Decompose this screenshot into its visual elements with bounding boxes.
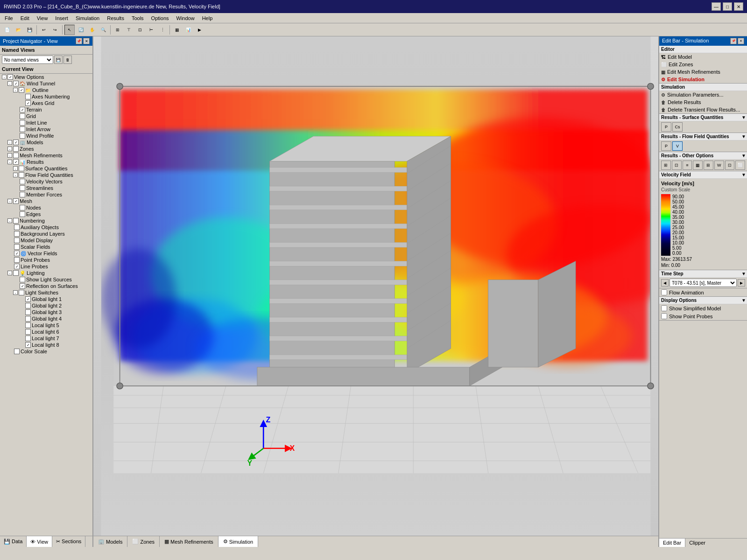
- tree-checkbox-32[interactable]: [20, 283, 25, 289]
- tree-item-41[interactable]: Local light 8: [0, 342, 92, 348]
- flow-p-btn[interactable]: P: [661, 141, 671, 151]
- tree-expander-12[interactable]: -: [7, 153, 12, 158]
- toolbar-view-front[interactable]: ⊡: [135, 25, 145, 35]
- tree-item-18[interactable]: Member Forces: [0, 191, 92, 198]
- time-next-btn[interactable]: ▶: [738, 279, 745, 287]
- tree-item-3[interactable]: Axes Numbering: [0, 93, 92, 100]
- velocity-field-toggle[interactable]: ▼: [740, 171, 747, 178]
- surface-quantities-toggle[interactable]: ▼: [740, 114, 747, 121]
- tree-item-32[interactable]: Reflection on Surfaces: [0, 283, 92, 289]
- tree-item-12[interactable]: -Mesh Refinements: [0, 152, 92, 159]
- tree-expander-14[interactable]: -: [13, 166, 18, 171]
- tree-checkbox-35[interactable]: [25, 303, 31, 308]
- tree-item-17[interactable]: Streamlines: [0, 185, 92, 191]
- menu-insert[interactable]: Insert: [51, 14, 72, 22]
- tree-checkbox-41[interactable]: [25, 342, 31, 348]
- tree-checkbox-27[interactable]: [14, 251, 20, 256]
- tree-item-26[interactable]: Scalar Fields: [0, 244, 92, 250]
- tree-item-0[interactable]: -View Options: [0, 74, 92, 80]
- tree-checkbox-25[interactable]: [14, 238, 20, 243]
- tree-checkbox-39[interactable]: [25, 329, 31, 335]
- toolbar-results[interactable]: 📊: [183, 25, 193, 35]
- tree-item-42[interactable]: Color Scale: [0, 348, 92, 355]
- tree-item-31[interactable]: Show Light Sources: [0, 276, 92, 283]
- tree-item-10[interactable]: -🏢Models: [0, 139, 92, 146]
- named-views-delete-btn[interactable]: 🗑: [63, 56, 72, 64]
- other-opt-2[interactable]: ⊡: [672, 161, 682, 170]
- tree-item-25[interactable]: Model Display: [0, 237, 92, 244]
- menu-view[interactable]: View: [33, 14, 52, 22]
- tree-item-35[interactable]: Global light 2: [0, 302, 92, 309]
- tab-data[interactable]: 💾 Data: [0, 536, 27, 547]
- tree-checkbox-13[interactable]: [13, 159, 19, 165]
- flow-animation-checkbox[interactable]: [661, 289, 667, 295]
- tree-expander-2[interactable]: -: [13, 88, 18, 92]
- corner-handle-bl[interactable]: [117, 383, 123, 389]
- tree-checkbox-22[interactable]: [13, 218, 19, 224]
- tree-item-30[interactable]: -💡Lighting: [0, 270, 92, 276]
- time-step-toggle[interactable]: ▼: [740, 270, 747, 277]
- corner-handle-br[interactable]: [648, 383, 654, 389]
- tree-item-4[interactable]: Axes Grid: [0, 100, 92, 106]
- edit-mesh-refinements-btn[interactable]: ▦ Edit Mesh Refinements: [659, 68, 747, 76]
- tree-checkbox-4[interactable]: [25, 100, 31, 106]
- close-button[interactable]: ✕: [734, 2, 743, 11]
- tree-item-33[interactable]: -Light Switches: [0, 289, 92, 296]
- tree-item-28[interactable]: Point Probes: [0, 257, 92, 263]
- tree-checkbox-26[interactable]: [14, 244, 20, 250]
- tree-checkbox-17[interactable]: [20, 185, 25, 191]
- tree-expander-1[interactable]: -: [7, 81, 12, 86]
- viewport-tab-models[interactable]: 🏢 Models: [93, 536, 127, 547]
- tree-item-9[interactable]: Wind Profile: [0, 133, 92, 139]
- tab-view[interactable]: 👁 View: [27, 536, 52, 547]
- menu-help[interactable]: Help: [198, 14, 217, 22]
- simulation-params-btn[interactable]: ⚙ Simulation Parameters...: [659, 91, 747, 98]
- tree-expander-33[interactable]: -: [13, 290, 18, 295]
- nav-pin-button[interactable]: 📌: [76, 38, 82, 44]
- tree-checkbox-5[interactable]: [20, 107, 25, 112]
- menu-edit[interactable]: Edit: [17, 14, 33, 22]
- tree-checkbox-24[interactable]: [14, 231, 20, 237]
- edit-bar-tab[interactable]: Edit Bar: [659, 539, 685, 547]
- other-opt-1[interactable]: ⊞: [661, 161, 671, 170]
- tree-checkbox-19[interactable]: [13, 198, 19, 204]
- tree-checkbox-30[interactable]: [13, 270, 19, 276]
- time-step-select[interactable]: T078 - 43.51 [s], Master: [669, 279, 737, 287]
- tree-item-2[interactable]: -📁Outline: [0, 87, 92, 93]
- other-opt-4[interactable]: ▦: [693, 161, 703, 170]
- tree-checkbox-8[interactable]: [20, 126, 25, 132]
- tree-item-38[interactable]: Local light 5: [0, 322, 92, 329]
- surface-p-btn[interactable]: P: [661, 122, 671, 132]
- nav-close-button[interactable]: ✕: [83, 38, 90, 44]
- tree-item-23[interactable]: Auxiliary Objects: [0, 224, 92, 231]
- tree-checkbox-42[interactable]: [14, 349, 20, 354]
- tree-item-22[interactable]: -Numbering: [0, 217, 92, 224]
- toolbar-select[interactable]: ↖: [64, 25, 75, 35]
- tree-checkbox-14[interactable]: [19, 166, 24, 171]
- time-prev-btn[interactable]: ◀: [661, 279, 669, 287]
- tree-checkbox-29[interactable]: [14, 264, 20, 269]
- tree-item-21[interactable]: Edges: [0, 211, 92, 217]
- other-opt-8[interactable]: ⬜: [735, 161, 745, 170]
- tree-item-40[interactable]: Local light 7: [0, 335, 92, 342]
- menu-results[interactable]: Results: [103, 14, 128, 22]
- named-views-select[interactable]: No named views: [2, 56, 53, 64]
- toolbar-zoom[interactable]: 🔍: [98, 25, 108, 35]
- tree-checkbox-7[interactable]: [20, 120, 25, 126]
- tree-checkbox-40[interactable]: [25, 336, 31, 341]
- right-panel-close[interactable]: ✕: [738, 38, 744, 44]
- menu-tools[interactable]: Tools: [128, 14, 148, 22]
- toolbar-animate[interactable]: ▶: [194, 25, 204, 35]
- tree-item-19[interactable]: -Mesh: [0, 198, 92, 204]
- toolbar-redo[interactable]: ↪: [50, 25, 60, 35]
- tree-checkbox-23[interactable]: [14, 224, 20, 230]
- tree-checkbox-38[interactable]: [25, 322, 31, 328]
- tree-expander-30[interactable]: -: [7, 271, 12, 275]
- minimize-button[interactable]: —: [712, 2, 721, 11]
- tree-item-6[interactable]: Grid: [0, 113, 92, 119]
- corner-handle-tr[interactable]: [648, 83, 654, 89]
- other-options-toggle[interactable]: ▼: [740, 152, 747, 159]
- tree-checkbox-2[interactable]: [19, 87, 24, 93]
- tree-item-1[interactable]: -🏠Wind Tunnel: [0, 80, 92, 87]
- tree-item-34[interactable]: Global light 1: [0, 296, 92, 302]
